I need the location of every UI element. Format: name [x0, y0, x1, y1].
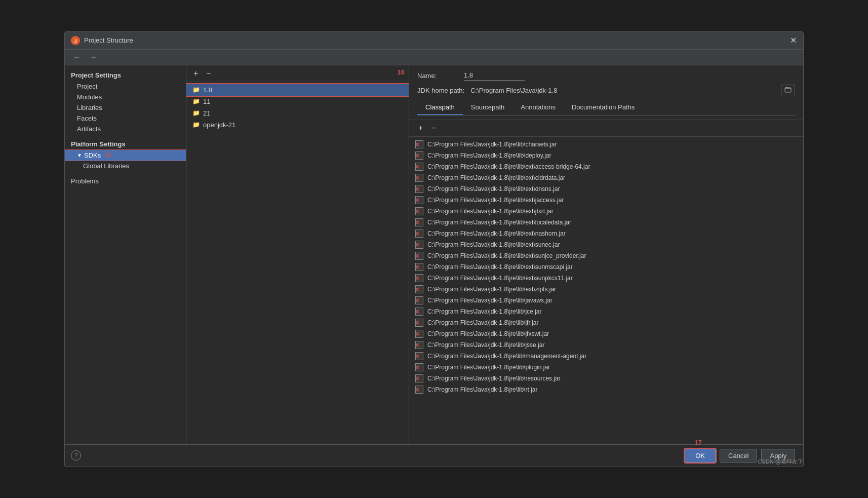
jar-icon [415, 330, 423, 338]
jar-icon [415, 363, 423, 371]
classpath-path: C:\Program Files\Java\jdk-1.8\jre\lib\ex… [427, 263, 573, 271]
jar-icon [415, 285, 423, 293]
classpath-item: C:\Program Files\Java\jdk-1.8\jre\lib\js… [409, 339, 803, 351]
sdk-label: openjdk-21 [203, 121, 235, 129]
remove-classpath-button[interactable]: − [428, 123, 439, 133]
classpath-item: C:\Program Files\Java\jdk-1.8\jre\lib\ex… [409, 261, 803, 273]
classpath-path: C:\Program Files\Java\jdk-1.8\jre\lib\ex… [427, 208, 554, 215]
jar-icon [415, 341, 423, 349]
jar-icon [415, 140, 423, 148]
add-sdk-button[interactable]: + [190, 68, 201, 79]
jar-icon [415, 274, 423, 282]
jar-icon [415, 185, 423, 193]
classpath-path: C:\Program Files\Java\jdk-1.8\jre\lib\ex… [427, 174, 565, 181]
classpath-item: C:\Program Files\Java\jdk-1.8\jre\lib\ex… [409, 239, 803, 250]
jar-icon [415, 241, 423, 249]
classpath-item: C:\Program Files\Java\jdk-1.8\jre\lib\ch… [409, 139, 803, 150]
sdk-list: 📁 1.8 📁 11 📁 21 📁 openjdk-21 [186, 82, 409, 444]
jar-icon [415, 319, 423, 327]
right-header: Name: 1.8 JDK home path: C:\Program File… [409, 65, 803, 120]
jar-icon [415, 207, 423, 215]
folder-icon: 📁 [192, 86, 200, 93]
close-button[interactable]: ✕ [789, 36, 797, 45]
classpath-path: C:\Program Files\Java\jdk-1.8\jre\lib\ma… [427, 353, 586, 360]
folder-icon: 📁 [192, 109, 200, 117]
sdk-item-openjdk-21[interactable]: 📁 openjdk-21 [186, 119, 409, 131]
sdks-annotation: 15 [105, 152, 111, 158]
sdk-item-1.8[interactable]: 📁 1.8 [186, 84, 409, 96]
classpath-item: C:\Program Files\Java\jdk-1.8\jre\lib\ex… [409, 206, 803, 217]
sidebar: Project Settings Project Modules Librari… [65, 65, 186, 444]
classpath-item: C:\Program Files\Java\jdk-1.8\jre\lib\ex… [409, 250, 803, 261]
sidebar-item-facets[interactable]: Facets [65, 113, 186, 124]
sidebar-item-libraries[interactable]: Libraries [65, 102, 186, 113]
expand-arrow: ▼ [77, 152, 82, 158]
classpath-path: C:\Program Files\Java\jdk-1.8\jre\lib\ex… [427, 230, 566, 237]
folder-icon: 📁 [192, 121, 200, 128]
sdk-label: 1.8 [203, 86, 212, 94]
platform-settings-label: Platform Settings [65, 138, 186, 150]
tabs-row: Classpath Sourcepath Annotations Documen… [417, 100, 795, 116]
classpath-item: C:\Program Files\Java\jdk-1.8\jre\lib\ex… [409, 228, 803, 239]
help-button[interactable]: ? [71, 450, 81, 461]
classpath-path: C:\Program Files\Java\jdk-1.8\jre\lib\ex… [427, 275, 573, 282]
tab-annotations[interactable]: Annotations [512, 100, 564, 115]
sidebar-item-project[interactable]: Project [65, 81, 186, 92]
classpath-path: C:\Program Files\Java\jdk-1.8\jre\lib\ex… [427, 252, 586, 259]
middle-toolbar: + − 16 [186, 65, 409, 82]
jdk-label: JDK home path: [417, 87, 464, 94]
platform-settings-section: Platform Settings ▼ SDKs 15 Global Libra… [65, 138, 186, 171]
classpath-path: C:\Program Files\Java\jdk-1.8\jre\lib\rt… [427, 386, 537, 393]
sidebar-item-sdks[interactable]: ▼ SDKs 15 [65, 150, 186, 161]
sidebar-item-global-libraries[interactable]: Global Libraries [65, 161, 186, 171]
classpath-toolbar: + − [409, 120, 803, 137]
cancel-button[interactable]: Cancel [720, 449, 757, 463]
classpath-item: C:\Program Files\Java\jdk-1.8\jre\lib\ex… [409, 172, 803, 183]
classpath-item: C:\Program Files\Java\jdk-1.8\jre\lib\re… [409, 373, 803, 384]
jar-icon [415, 308, 423, 316]
jar-icon [415, 218, 423, 226]
classpath-path: C:\Program Files\Java\jdk-1.8\jre\lib\js… [427, 341, 544, 349]
tab-classpath[interactable]: Classpath [417, 100, 463, 115]
jar-icon [415, 252, 423, 260]
classpath-item: C:\Program Files\Java\jdk-1.8\jre\lib\ex… [409, 284, 803, 295]
remove-sdk-button[interactable]: − [203, 68, 214, 79]
dialog-title: Project Structure [84, 36, 133, 44]
add-classpath-button[interactable]: + [415, 123, 426, 133]
classpath-item: C:\Program Files\Java\jdk-1.8\jre\lib\ex… [409, 273, 803, 284]
title-bar: J Project Structure ✕ [65, 32, 803, 50]
sidebar-item-problems[interactable]: Problems [65, 175, 186, 187]
project-structure-dialog: J Project Structure ✕ ← → Project Settin… [64, 31, 804, 467]
watermark: CSDN @资圩左下 [758, 458, 803, 466]
classpath-item: C:\Program Files\Java\jdk-1.8\jre\lib\rt… [409, 384, 803, 395]
classpath-item: C:\Program Files\Java\jdk-1.8\jre\lib\jf… [409, 317, 803, 328]
classpath-item: C:\Program Files\Java\jdk-1.8\jre\lib\ex… [409, 217, 803, 228]
classpath-path: C:\Program Files\Java\jdk-1.8\jre\lib\re… [427, 375, 561, 382]
sdk-item-11[interactable]: 📁 11 [186, 96, 409, 107]
sdk-item-21[interactable]: 📁 21 [186, 107, 409, 119]
classpath-path: C:\Program Files\Java\jdk-1.8\jre\lib\jc… [427, 308, 541, 315]
sidebar-item-modules[interactable]: Modules [65, 92, 186, 102]
browse-folder-button[interactable] [781, 85, 795, 96]
tab-sourcepath[interactable]: Sourcepath [463, 100, 513, 115]
back-button[interactable]: ← [71, 52, 83, 63]
right-panel: Name: 1.8 JDK home path: C:\Program File… [409, 65, 803, 444]
forward-button[interactable]: → [87, 52, 99, 63]
tab-doc-paths[interactable]: Documentation Paths [564, 100, 643, 115]
classpath-path: C:\Program Files\Java\jdk-1.8\jre\lib\pl… [427, 364, 550, 371]
classpath-item: C:\Program Files\Java\jdk-1.8\jre\lib\jc… [409, 306, 803, 317]
classpath-item: C:\Program Files\Java\jdk-1.8\jre\lib\ex… [409, 161, 803, 172]
sidebar-item-artifacts[interactable]: Artifacts [65, 124, 186, 134]
classpath-path: C:\Program Files\Java\jdk-1.8\jre\lib\ex… [427, 197, 564, 204]
classpath-path: C:\Program Files\Java\jdk-1.8\jre\lib\ch… [427, 141, 557, 148]
classpath-path: C:\Program Files\Java\jdk-1.8\jre\lib\de… [427, 152, 551, 159]
title-bar-left: J Project Structure [71, 36, 133, 45]
classpath-path: C:\Program Files\Java\jdk-1.8\jre\lib\ex… [427, 185, 560, 193]
jdk-row: JDK home path: C:\Program Files\Java\jdk… [417, 85, 795, 96]
classpath-path: C:\Program Files\Java\jdk-1.8\jre\lib\ex… [427, 241, 560, 248]
nav-bar: ← → [65, 50, 803, 65]
ok-button[interactable]: OK [685, 449, 716, 463]
name-value: 1.8 [464, 71, 525, 81]
classpath-list: C:\Program Files\Java\jdk-1.8\jre\lib\ch… [409, 137, 803, 444]
bottom-annotation: 17 [695, 439, 702, 446]
